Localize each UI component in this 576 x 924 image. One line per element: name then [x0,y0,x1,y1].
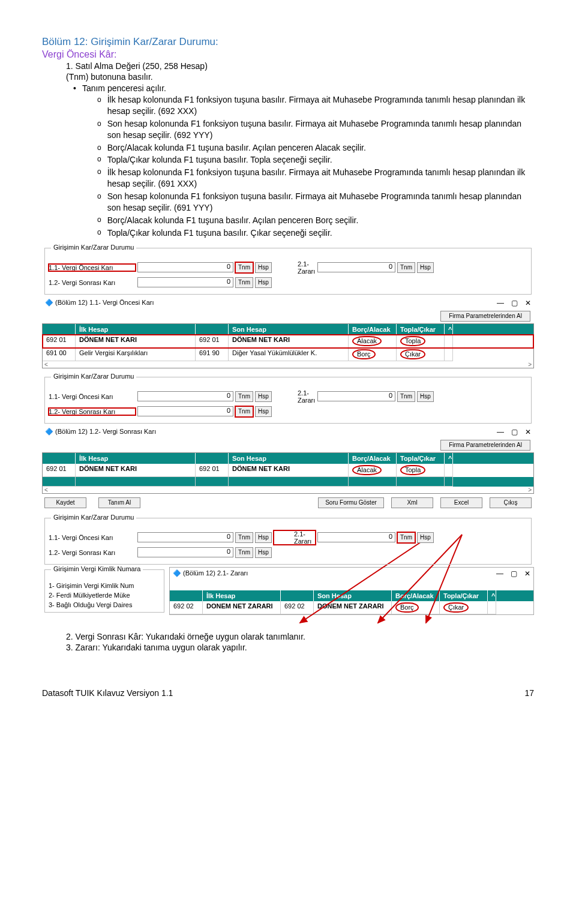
input-vergi-oncesi[interactable]: 0 [137,391,233,401]
maximize-icon[interactable]: ▢ [511,299,518,307]
screenshot-1: Girişimin Kar/Zarar Durumu 1.1- Vergi Ön… [42,248,534,368]
window-controls[interactable]: —▢✕ [496,569,530,578]
grid-row-2[interactable]: 691 00Gelir Vergisi Karşılıkları 691 90D… [43,348,533,361]
input-vergi-oncesi[interactable]: 0 [137,532,233,542]
close-icon[interactable]: ✕ [525,428,531,436]
group-legend: Girişimin Kar/Zarar Durumu [51,514,136,521]
step-6: Son hesap kolonunda F1 fonksiyon tuşuna … [107,191,534,214]
tanim-al-button[interactable]: Tanım Al [98,497,140,508]
label-vergi-sonrasi: 1.2- Vergi Sonrası Karı [49,549,136,556]
kaydet-button[interactable]: Kaydet [44,497,86,508]
label-vergi-oncesi: 1.1- Vergi Öncesi Karı [49,534,136,541]
window-title: 🔷 (Bölüm 12) 1.2- Vergi Sonrası Karı [45,428,156,436]
step-8: Topla/Çıkar kolunda F1 tuşuna basılır. Ç… [107,227,332,239]
tnm-button-3[interactable]: Tnm [235,277,253,288]
close-icon[interactable]: ✕ [525,299,531,307]
label-vergi-sonrasi: 1.2- Vergi Sonrası Karı [49,408,136,415]
g2-line2: 2- Ferdi Mülkiyetlerde Müke [49,590,160,600]
step-5: İlk hesap kolonunda F1 fonksiyon tuşuna … [107,167,534,190]
tnm-button[interactable]: Tnm [235,391,253,402]
tnm-button-2[interactable]: Tnm [397,391,415,402]
minimize-icon[interactable]: — [496,569,503,578]
doc-title-footer: Datasoft TUIK Kılavuz Versiyon 1.1 [42,688,173,698]
step-1: İlk hesap kolonunda F1 fonksiyon tuşuna … [107,94,534,117]
step-2: Son hesap kolonunda F1 fonksiyon tuşuna … [107,118,534,141]
cikar-cell: Çıkar [400,349,425,359]
grid-header: İlk Hesap Son Hesap Borç/AlacakTopla/Çık… [43,324,533,335]
group2-legend: Girişimin Vergi Kimlik Numara [51,565,143,572]
label-vergi-oncesi: 1.1- Vergi Öncesi Karı [49,393,136,400]
input-vergi-sonrasi[interactable]: 0 [137,547,233,557]
alacak-cell: Alacak [352,336,382,346]
maximize-icon[interactable]: ▢ [511,569,517,578]
input-vergi-sonrasi[interactable]: 0 [137,406,233,416]
group-legend: Girişimin Kar/Zarar Durumu [51,373,136,380]
grid-header: İlk Hesap Son Hesap Borç/AlacakTopla/Çık… [43,453,533,464]
label-vergi-oncesi: 1.1- Vergi Öncesi Karı [49,264,136,271]
page-number: 17 [524,688,534,698]
g2-line1: 1- Girişimin Vergi Kimlik Num [49,581,160,590]
xml-button[interactable]: Xml [391,497,433,508]
window-controls[interactable]: —▢✕ [497,428,531,436]
input-zarari[interactable]: 0 [317,262,395,272]
label-zarari: 2.1- Zararı [274,260,316,275]
minimize-icon[interactable]: — [497,299,504,307]
grid-row-1[interactable]: 692 01DÖNEM NET KARI 692 01DÖNEM NET KAR… [43,335,533,348]
borc-cell: Borç [352,349,376,359]
window-title: 🔷 (Bölüm 12) 1.1- Vergi Öncesi Karı [45,299,154,307]
alacak-cell: Alacak [352,465,382,475]
input-vergi-sonrasi[interactable]: 0 [137,277,233,287]
subsection-heading: Vergi Öncesi Kâr: [42,49,534,60]
step-4: Topla/Çıkar kolunda F1 tuşuna basılır. T… [107,154,332,166]
label-zarari: 2.1- Zararı [274,389,316,404]
step-7: Borç/Alacak kolunda F1 tuşuna basılır. A… [107,215,359,226]
tnm-button-3[interactable]: Tnm [235,406,253,417]
hsp-button-2[interactable]: Hsp [417,262,434,273]
cikar-cell: Çıkar [443,602,469,613]
hsp-button[interactable]: Hsp [255,262,272,273]
bullet-tanim: Tanım penceresi açılır. [82,83,166,93]
excel-button[interactable]: Excel [440,497,482,508]
screenshot-2: Girişimin Kar/Zarar Durumu 1.1- Vergi Ön… [42,377,534,509]
grid-row-1[interactable]: 692 01DÖNEM NET KARI 692 01DÖNEM NET KAR… [43,464,533,477]
list-item-1: 1. Satıl Alma Değeri (250, 258 Hesap) [66,61,534,71]
grid-row-1[interactable]: 692 02DONEM NET ZARARI 692 02DONEM NET Z… [170,601,533,614]
g2-line3: 3- Bağlı Olduğu Vergi Daires [49,600,160,610]
soru-formu-button[interactable]: Soru Formu Göster [318,497,384,508]
hsp-button-2[interactable]: Hsp [417,532,434,543]
borc-cell: Borç [395,602,419,613]
cikis-button[interactable]: Çıkış [490,497,532,508]
grid-row-active[interactable] [43,477,533,487]
input-zarari[interactable]: 0 [317,532,395,542]
tnm-button-2[interactable]: Tnm [397,262,415,273]
input-vergi-oncesi[interactable]: 0 [137,262,233,272]
topla-cell: Topla [400,465,425,475]
hsp-button-3[interactable]: Hsp [255,547,272,558]
hsp-button-3[interactable]: Hsp [255,277,272,288]
firma-param-button[interactable]: Firma Parametrelerinden Al [440,311,530,322]
footer-item-3: 3. Zararı: Yukarıdaki tanıma uygun olara… [66,643,534,652]
step-3: Borç/Alacak kolunda F1 tuşuna basılır. A… [107,142,366,154]
maximize-icon[interactable]: ▢ [511,428,518,436]
tnm-button-2[interactable]: Tnm [397,532,415,543]
hsp-button[interactable]: Hsp [255,391,272,402]
hsp-button-2[interactable]: Hsp [417,391,434,402]
text-tnm: (Tnm) butonuna basılır. [66,72,534,82]
label-vergi-sonrasi: 1.2- Vergi Sonrası Karı [49,279,136,286]
tnm-button[interactable]: Tnm [235,532,253,543]
screenshot-3: Girişimin Kar/Zarar Durumu 1.1- Vergi Ön… [42,518,534,615]
label-zarari: 2.1- Zararı [274,530,316,545]
hsp-button-3[interactable]: Hsp [255,406,272,417]
hsp-button[interactable]: Hsp [255,532,272,543]
close-icon[interactable]: ✕ [524,569,530,578]
firma-param-button[interactable]: Firma Parametrelerinden Al [440,440,530,451]
minimize-icon[interactable]: — [497,428,504,436]
footer-item-2: 2. Vergi Sonrası Kâr: Yukarıdaki örneğe … [66,632,534,641]
section-heading: Bölüm 12: Girişimin Kar/Zarar Durumu: [42,36,534,48]
tnm-button-3[interactable]: Tnm [235,547,253,558]
input-zarari[interactable]: 0 [317,391,395,401]
grid-header: İlk Hesap Son Hesap Borç/AlacakTopla/Çık… [170,590,533,601]
window-controls[interactable]: —▢✕ [497,299,531,307]
window-title: 🔷 (Bölüm 12) 2.1- Zararı [173,569,248,577]
tnm-button[interactable]: Tnm [235,262,253,273]
